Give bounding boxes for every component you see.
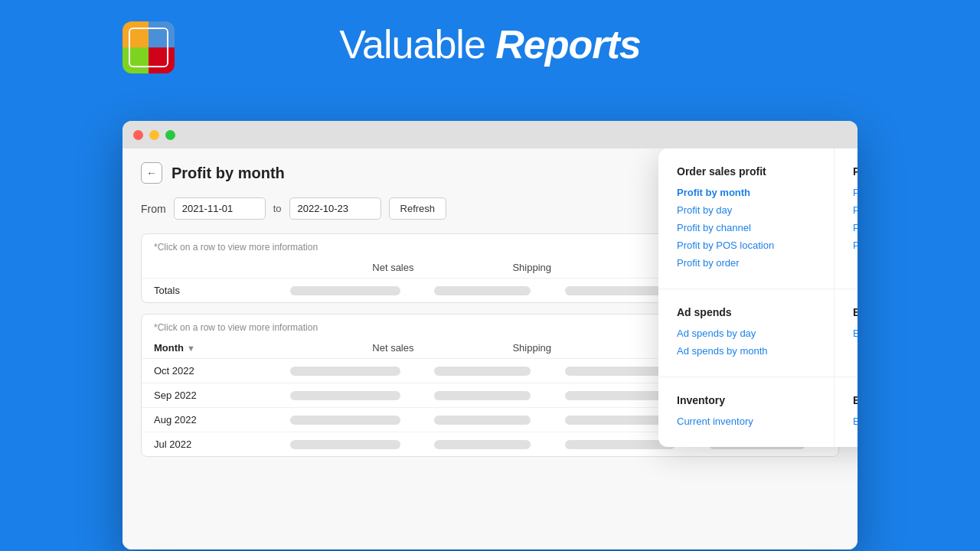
dropdown-grid: Order sales profit Profit by month Profi… <box>658 148 858 447</box>
cell-net-sales <box>290 416 400 425</box>
browser-content: ← Profit by month From to Refresh *Click… <box>122 148 858 549</box>
date-from-input[interactable] <box>174 197 266 220</box>
month-label: Jul 2022 <box>154 439 276 450</box>
browser-titlebar <box>122 121 858 148</box>
cell-shipping <box>434 391 531 400</box>
link-ad-spends-by-month[interactable]: Ad spends by month <box>677 345 815 357</box>
link-profit-by-day[interactable]: Profit by day <box>677 204 815 216</box>
sort-arrow-icon: ▼ <box>187 344 195 353</box>
cell-net-sales <box>290 367 400 376</box>
navigation-dropdown: Order sales profit Profit by month Profi… <box>658 148 858 447</box>
to-label: to <box>273 203 282 214</box>
section-title-inventory: Inventory <box>677 394 815 406</box>
browser-window: ← Profit by month From to Refresh *Click… <box>122 121 858 549</box>
refresh-button[interactable]: Refresh <box>389 197 447 220</box>
link-profit-by-product-variant-sku[interactable]: Profit by product variant SKU <box>853 204 858 216</box>
totals-net-sales <box>290 286 400 295</box>
from-label: From <box>141 203 166 215</box>
link-profit-by-month[interactable]: Profit by month <box>677 187 815 198</box>
app-title: Valuable Reports <box>339 21 640 67</box>
link-expenses[interactable]: Expenses <box>853 328 858 339</box>
maximize-dot[interactable] <box>165 130 175 140</box>
col2-shipping: Shipping <box>414 342 552 354</box>
section-title-expenses: Expenses <box>853 306 858 318</box>
month-label: Aug 2022 <box>154 414 276 425</box>
section-title-ad-spends: Ad spends <box>677 306 815 318</box>
col-empty <box>154 262 276 273</box>
date-to-input[interactable] <box>289 197 381 220</box>
link-profit-by-product-title[interactable]: Profit by product title <box>853 187 858 198</box>
link-profit-by-pos-location[interactable]: Profit by POS location <box>677 240 815 251</box>
app-logo <box>122 21 175 73</box>
col-month[interactable]: Month ▼ <box>154 342 276 354</box>
col2-net-sales: Net sales <box>276 342 414 354</box>
col-net-sales: Net sales <box>276 262 414 273</box>
section-order-sales-profit: Order sales profit Profit by month Profi… <box>658 148 835 289</box>
minimize-dot[interactable] <box>149 130 159 140</box>
link-profit-by-order[interactable]: Profit by order <box>677 257 815 269</box>
cell-shipping <box>434 367 531 376</box>
link-profit-by-product-type[interactable]: Profit by product type <box>853 222 858 233</box>
totals-shipping <box>434 286 531 295</box>
section-product-sales-profit: Product sales profit Profit by product t… <box>835 148 858 289</box>
link-current-inventory[interactable]: Current inventory <box>677 416 815 427</box>
cell-net-sales <box>290 391 400 400</box>
back-button[interactable]: ← <box>141 162 162 184</box>
month-label: Oct 2022 <box>154 365 276 377</box>
section-title-export: Export <box>853 394 858 406</box>
close-dot[interactable] <box>133 130 143 140</box>
section-ad-spends: Ad spends Ad spends by day Ad spends by … <box>658 289 835 377</box>
totals-label: Totals <box>154 285 276 296</box>
link-profit-by-channel[interactable]: Profit by channel <box>677 222 815 233</box>
month-label: Sep 2022 <box>154 390 276 401</box>
page-title: Profit by month <box>172 165 285 182</box>
col-shipping: Shipping <box>414 262 552 273</box>
section-title-product-sales-profit: Product sales profit <box>853 165 858 178</box>
link-profit-by-product-vendor[interactable]: Profit by product vendor <box>853 240 858 251</box>
cell-net-sales <box>290 440 400 449</box>
section-expenses: Expenses Expenses <box>835 289 858 377</box>
section-title-order-sales-profit: Order sales profit <box>677 165 815 178</box>
section-inventory: Inventory Current inventory <box>658 377 835 447</box>
app-header: Valuable Reports <box>0 0 980 86</box>
link-export-sales-orders[interactable]: Export sales orders <box>853 416 858 427</box>
section-export: Export Export sales orders <box>835 377 858 447</box>
cell-shipping <box>434 416 531 425</box>
cell-shipping <box>434 440 531 449</box>
link-ad-spends-by-day[interactable]: Ad spends by day <box>677 328 815 339</box>
